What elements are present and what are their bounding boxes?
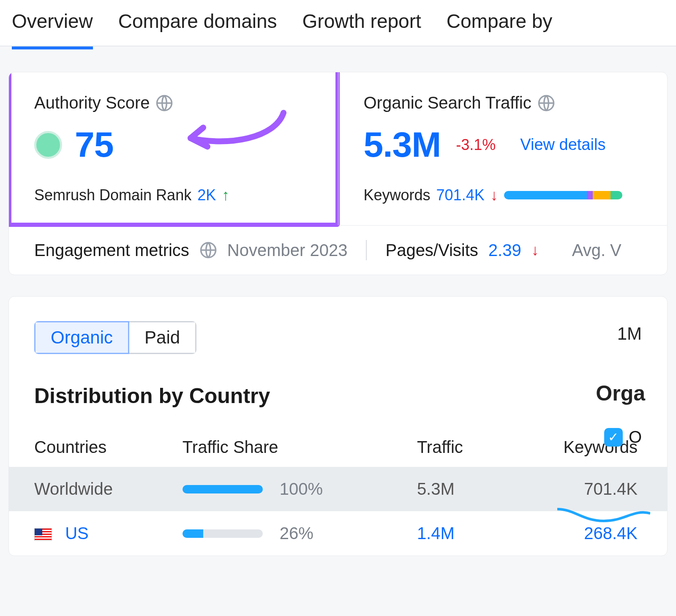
share-pct: 26% [280,524,313,543]
view-details-link[interactable]: View details [520,136,605,154]
tab-compare-by[interactable]: Compare by [447,10,553,36]
globe-icon [155,94,173,112]
sparkline [557,492,650,530]
tab-compare-domains[interactable]: Compare domains [118,10,277,36]
score-pulse-icon [34,131,62,159]
checkbox-checked-icon[interactable]: ✓ [604,428,623,447]
traffic-type-segmented-control: Organic Paid [34,321,196,354]
divider [366,240,367,260]
keywords-label: Keywords [364,186,431,204]
avg-label-fragment: Avg. V [572,241,621,260]
col-countries[interactable]: Countries [9,429,183,467]
authority-score-value: 75 [75,124,113,165]
authority-title: Authority Score [34,93,150,112]
tab-overview[interactable]: Overview [12,10,93,36]
organic-traffic-card: Organic Search Traffic 5.3M -3.1% View d… [338,72,668,225]
globe-icon [537,94,555,112]
flag-us-icon [34,528,52,541]
distribution-panel: Organic Paid 1M Distribution by Country … [8,296,668,556]
country-cell: US [9,511,183,556]
tab-growth-report[interactable]: Growth report [303,10,421,36]
trend-down-icon: ↓ [491,186,498,204]
share-bar [183,529,263,538]
engagement-period: November 2023 [227,241,348,260]
share-bar [183,485,263,493]
traffic-title: Organic Search Traffic [364,93,532,112]
pages-visits-value: 2.39 [488,241,521,260]
traffic-value: 5.3M [364,124,441,165]
tabs-bar: Overview Compare domains Growth report C… [0,0,676,46]
traffic-cell: 5.3M [417,467,494,511]
keywords-value[interactable]: 701.4K [436,186,485,204]
traffic-delta: -3.1% [456,136,496,154]
pages-visits-label: Pages/Visits [385,241,478,260]
side-heading-fragment: Orga [596,381,645,406]
keywords-distribution-bar [504,191,622,199]
domain-rank-label: Semrush Domain Rank [34,186,191,204]
series-toggle[interactable]: ✓ O [604,428,642,447]
trend-up-icon: ↑ [222,186,229,204]
col-traffic[interactable]: Traffic [417,429,494,467]
country-cell: Worldwide [9,467,183,511]
distribution-heading: Distribution by Country [34,384,667,408]
side-stat-1m: 1M [617,324,642,344]
col-traffic-share[interactable]: Traffic Share [183,429,417,467]
seg-organic[interactable]: Organic [34,321,129,354]
domain-rank-value[interactable]: 2K [197,186,216,204]
engagement-label: Engagement metrics [34,241,189,260]
authority-score-card: Authority Score 75 Semrush Domain Rank 2… [9,72,338,225]
share-pct: 100% [280,480,323,499]
engagement-strip: Engagement metrics November 2023 Pages/V… [9,225,667,275]
overview-panel: Authority Score 75 Semrush Domain Rank 2… [8,72,668,275]
series-toggle-label-fragment: O [629,428,642,447]
traffic-cell: 1.4M [417,511,494,556]
globe-icon [199,241,217,259]
trend-down-icon: ↓ [532,241,539,259]
seg-paid[interactable]: Paid [129,321,196,354]
